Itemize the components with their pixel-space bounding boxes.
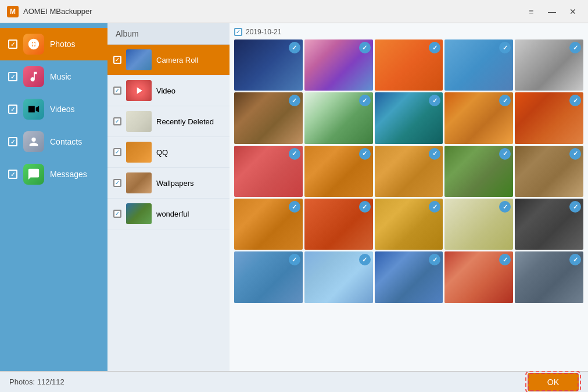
music-icon [23,66,44,87]
window-controls: ≡ — ✕ [523,3,581,20]
sidebar-item-photos[interactable]: Photos [0,28,107,60]
album-item-recently-deleted[interactable]: Recently Deleted [107,106,230,137]
photo-grid [234,39,583,303]
app-title: AOMEI MBackupper [23,7,523,16]
sidebar-item-videos[interactable]: Videos [0,93,107,125]
camera-roll-checkbox[interactable] [113,56,121,64]
sidebar-item-music[interactable]: Music [0,60,107,93]
photo-cell-18[interactable] [375,199,443,250]
photo-check-8 [429,95,440,106]
music-checkbox[interactable] [8,72,17,81]
videos-checkbox[interactable] [8,105,17,114]
photo-cell-15[interactable] [515,146,583,197]
qq-label: QQ [156,148,168,157]
album-item-video[interactable]: Video [107,75,230,106]
date-label: 2019-10-21 [234,28,583,36]
photo-cell-6[interactable] [234,92,303,143]
photo-check-25 [569,254,581,265]
title-bar: M AOMEI MBackupper ≡ — ✕ [0,0,588,23]
svg-point-0 [32,42,35,46]
photo-cell-21[interactable] [234,251,303,303]
photos-checkbox[interactable] [8,39,17,49]
photo-cell-7[interactable] [304,92,373,143]
photo-check-1 [289,42,300,53]
wallpapers-checkbox[interactable] [113,179,121,187]
photo-cell-19[interactable] [444,199,513,250]
photo-cell-12[interactable] [304,146,373,197]
wonderful-label: wonderful [156,210,189,218]
album-header: Album [107,23,230,45]
photo-cell-4[interactable] [444,39,513,91]
photo-cell-25[interactable] [515,251,583,303]
photo-check-9 [499,95,511,106]
photo-check-4 [499,42,511,53]
video-thumb [126,80,152,101]
photo-check-18 [429,201,440,213]
videos-label: Videos [50,105,75,114]
ok-button[interactable]: OK [528,373,579,391]
contacts-checkbox[interactable] [8,137,17,146]
photo-check-22 [359,254,371,265]
photo-check-10 [569,95,581,106]
photos-label: Photos [50,39,76,49]
photo-check-11 [289,148,300,160]
photo-cell-5[interactable] [515,39,583,91]
photo-cell-20[interactable] [515,199,583,250]
photo-cell-23[interactable] [375,251,443,303]
status-text: Photos: 112/112 [9,377,64,386]
photo-cell-22[interactable] [304,251,373,303]
photo-cell-24[interactable] [444,251,513,303]
messages-icon [23,164,44,185]
video-checkbox[interactable] [113,87,121,95]
sidebar-item-contacts[interactable]: Contacts [0,125,107,158]
album-item-camera-roll[interactable]: Camera Roll [107,45,230,75]
photo-check-14 [499,148,511,160]
photo-cell-17[interactable] [304,199,373,250]
photo-check-5 [569,42,581,53]
list-view-button[interactable]: ≡ [523,3,539,20]
photo-check-2 [359,42,371,53]
wonderful-checkbox[interactable] [113,210,121,218]
photo-check-17 [359,201,371,213]
camera-roll-thumb [126,49,152,70]
photo-check-24 [499,254,511,265]
wonderful-thumb [126,203,152,224]
album-item-wallpapers[interactable]: Wallpapers [107,168,230,199]
date-group: 2019-10-21 [234,28,583,303]
status-bar: Photos: 112/112 OK [0,371,588,392]
photo-panel[interactable]: 2019-10-21 [230,23,588,371]
photo-cell-3[interactable] [375,39,443,91]
photo-cell-16[interactable] [234,199,303,250]
photo-cell-13[interactable] [375,146,443,197]
album-item-wonderful[interactable]: wonderful [107,199,230,229]
sidebar-item-messages[interactable]: Messages [0,158,107,190]
photo-cell-8[interactable] [375,92,443,143]
wallpapers-label: Wallpapers [156,179,194,188]
album-item-qq[interactable]: QQ [107,137,230,168]
sidebar: Photos Music Videos Contacts [0,23,107,371]
photo-cell-14[interactable] [444,146,513,197]
qq-checkbox[interactable] [113,148,121,156]
contacts-label: Contacts [50,137,82,146]
photo-check-6 [289,95,300,106]
album-list: Camera Roll Video Recently Deleted QQ [107,45,230,371]
photo-check-16 [289,201,300,213]
close-button[interactable]: ✕ [565,3,581,20]
date-checkbox[interactable] [234,28,242,36]
photo-check-13 [429,148,440,160]
recently-deleted-checkbox[interactable] [113,117,121,125]
messages-label: Messages [50,170,87,179]
photo-check-19 [499,201,511,213]
photo-cell-11[interactable] [234,146,303,197]
recently-deleted-thumb [126,111,152,132]
photo-check-23 [429,254,440,265]
photo-cell-9[interactable] [444,92,513,143]
messages-checkbox[interactable] [8,170,17,179]
photo-cell-10[interactable] [515,92,583,143]
photo-cell-2[interactable] [304,39,373,91]
minimize-button[interactable]: — [544,3,560,20]
photo-cell-1[interactable] [234,39,303,91]
photo-check-20 [569,201,581,213]
videos-icon [23,99,44,120]
music-label: Music [50,72,71,81]
